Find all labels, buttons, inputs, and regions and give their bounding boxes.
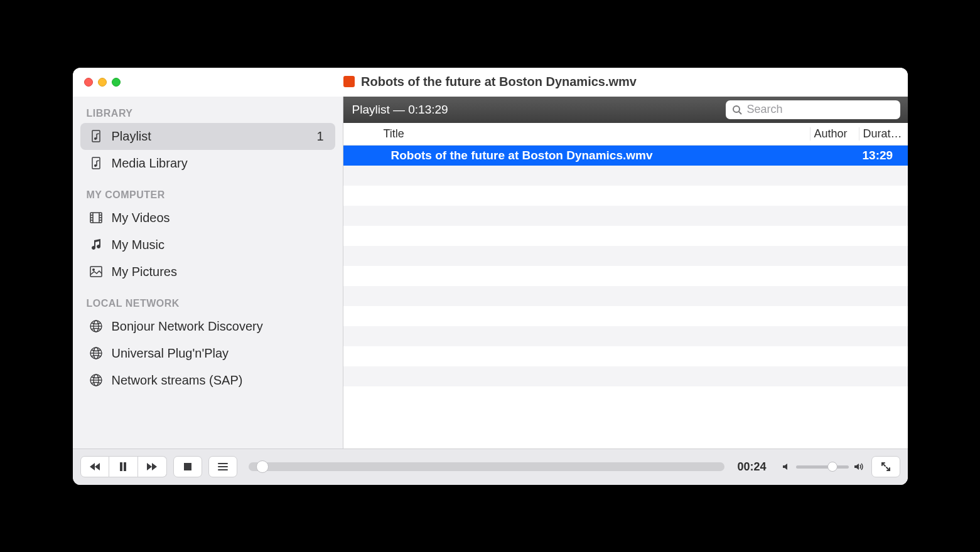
fullscreen-button[interactable] (871, 456, 900, 477)
sidebar-item-my-videos[interactable]: My Videos (80, 204, 335, 231)
sidebar-item-label: Playlist (112, 129, 308, 144)
playlist-header-title: Playlist — 0:13:29 (351, 103, 718, 117)
sidebar-item-playlist[interactable]: Playlist 1 (80, 123, 335, 150)
sidebar-item-upnp[interactable]: Universal Plug'n'Play (80, 340, 335, 367)
svg-point-14 (92, 268, 95, 271)
globe-icon (89, 319, 103, 333)
playlist-icon (89, 156, 103, 170)
table-row-empty (343, 386, 908, 406)
sidebar-item-my-pictures[interactable]: My Pictures (80, 258, 335, 285)
row-title: Robots of the future at Boston Dynamics.… (362, 149, 810, 162)
sidebar-section-localnetwork: LOCAL NETWORK (80, 293, 335, 313)
sidebar-item-label: Universal Plug'n'Play (112, 346, 326, 361)
table-row-empty (343, 346, 908, 366)
table-row-empty (343, 286, 908, 306)
table-row-empty (343, 246, 908, 266)
svg-rect-0 (92, 130, 100, 142)
table-row-empty (343, 366, 908, 386)
volume-knob[interactable] (827, 462, 837, 472)
sidebar-section-mycomputer: MY COMPUTER (80, 184, 335, 204)
pause-button[interactable] (109, 456, 138, 477)
column-duration[interactable]: Durat… (859, 127, 908, 141)
sidebar-item-my-music[interactable]: My Music (80, 231, 335, 258)
playlist-header: Playlist — 0:13:29 (343, 97, 908, 123)
volume-high-icon (854, 462, 865, 471)
sidebar-item-label: My Videos (112, 211, 326, 225)
table-row-empty (343, 226, 908, 246)
svg-rect-28 (184, 463, 191, 470)
row-duration: 13:29 (859, 149, 908, 162)
app-window: Robots of the future at Boston Dynamics.… (73, 68, 908, 485)
svg-rect-2 (92, 157, 100, 169)
stop-button[interactable] (173, 456, 202, 477)
previous-button[interactable] (80, 456, 109, 477)
table-header: Title Author Durat… (343, 123, 908, 146)
sidebar-section-library: LIBRARY (80, 103, 335, 123)
search-icon (732, 105, 742, 115)
column-title[interactable]: Title (362, 127, 810, 141)
globe-icon (89, 346, 103, 360)
minimize-button[interactable] (98, 78, 107, 87)
sidebar-item-sap[interactable]: Network streams (SAP) (80, 367, 335, 394)
sidebar-item-count: 1 (316, 129, 326, 144)
traffic-lights (84, 78, 121, 87)
volume-slider[interactable] (796, 465, 849, 469)
film-icon (89, 211, 103, 225)
music-icon (89, 238, 103, 252)
elapsed-time: 00:24 (733, 460, 771, 474)
search-field[interactable] (726, 100, 900, 119)
app-icon (343, 76, 355, 87)
sidebar-item-media-library[interactable]: Media Library (80, 150, 335, 177)
table-row-empty (343, 166, 908, 186)
table-row-empty (343, 326, 908, 346)
main-panel: Playlist — 0:13:29 Title Author Durat… R… (343, 97, 908, 449)
sidebar-item-bonjour[interactable]: Bonjour Network Discovery (80, 313, 335, 340)
seek-slider[interactable] (249, 462, 724, 471)
maximize-button[interactable] (112, 78, 121, 87)
seek-knob[interactable] (256, 460, 269, 473)
svg-line-25 (739, 112, 741, 114)
table-row-empty (343, 206, 908, 226)
search-input[interactable] (747, 103, 894, 116)
svg-rect-27 (124, 462, 126, 471)
sidebar: LIBRARY Playlist 1 (73, 97, 343, 449)
table-row-empty (343, 266, 908, 286)
close-button[interactable] (84, 78, 93, 87)
table-row[interactable]: Robots of the future at Boston Dynamics.… (343, 146, 908, 166)
svg-rect-26 (120, 462, 122, 471)
sidebar-item-label: Media Library (112, 156, 326, 171)
volume-low-icon (782, 462, 791, 471)
sidebar-item-label: Network streams (SAP) (112, 373, 326, 388)
table-row-empty (343, 306, 908, 326)
next-button[interactable] (138, 456, 167, 477)
playlist-toggle-button[interactable] (208, 456, 237, 477)
sidebar-item-label: Bonjour Network Discovery (112, 319, 326, 334)
titlebar: Robots of the future at Boston Dynamics.… (73, 68, 908, 97)
globe-icon (89, 373, 103, 387)
playback-controls: 00:24 (73, 449, 908, 485)
column-author[interactable]: Author (810, 127, 859, 141)
table-row-empty (343, 186, 908, 206)
pictures-icon (89, 265, 103, 279)
sidebar-item-label: My Music (112, 238, 326, 252)
playlist-table: Title Author Durat… Robots of the future… (343, 123, 908, 449)
svg-point-24 (733, 106, 740, 112)
window-title: Robots of the future at Boston Dynamics.… (361, 75, 637, 89)
playlist-icon (89, 129, 103, 143)
sidebar-item-label: My Pictures (112, 265, 326, 279)
